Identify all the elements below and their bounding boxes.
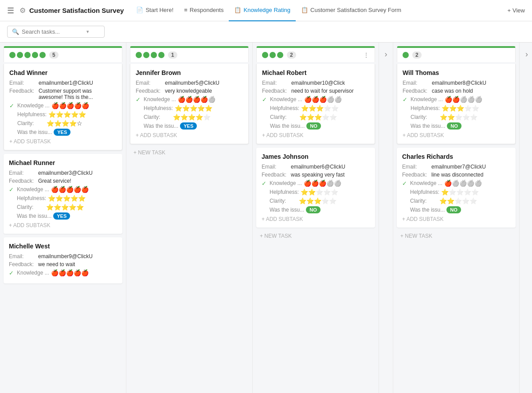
will-feedback: case was on hold: [432, 88, 473, 94]
card-james-johnson: James Johnson Email: emailnumber6@ClickU…: [256, 148, 375, 228]
col1-dots: [9, 52, 46, 58]
view-button[interactable]: + View: [507, 7, 525, 14]
james-issue-badge: NO: [306, 206, 321, 213]
runner-email: emailnumber3@ClickU: [38, 170, 93, 176]
card-chad-winner: Chad Winner Email: emailnumber1@ClickU F…: [4, 64, 122, 150]
mrobert-clarity: ⭐⭐⭐⭐⭐: [299, 114, 337, 121]
col2-cards: Jennifer Brown Email: emailnumber5@Click…: [126, 64, 252, 393]
tab-form[interactable]: 📋 Customer Satisfaction Survey Form: [296, 0, 407, 21]
west-email: emailnumber9@ClickU: [38, 253, 93, 259]
knowledge-icon: 📋: [234, 7, 241, 13]
runner-add-subtask[interactable]: + ADD SUBTASK: [9, 222, 117, 228]
charles-issue-badge: NO: [446, 206, 461, 213]
col2-dots: [136, 52, 164, 58]
column-collapsed[interactable]: ›: [379, 43, 393, 393]
col3-header: 2 ⋮: [256, 46, 375, 62]
search-bar: 🔍 ▾: [0, 21, 532, 43]
form-icon: 📋: [301, 7, 308, 13]
right-expand-arrow-icon[interactable]: ›: [525, 50, 528, 59]
col4-count: 2: [412, 51, 422, 59]
header: ☰ ⚙ Customer Satisfaction Survey 📄 Start…: [0, 0, 532, 21]
knowledge-label: Knowledge ...: [17, 102, 50, 109]
app-title: Customer Satisfaction Survey: [29, 7, 124, 14]
col3-cards: Michael Robert Email: emailnumber10@Clic…: [253, 64, 379, 393]
col2-header: 1: [130, 46, 249, 62]
column-4: 2 Will Thomas Email: emailnumber8@ClickU…: [393, 43, 520, 393]
col3-new-task[interactable]: + NEW TASK: [253, 231, 379, 243]
jennifer-clarity: ⭐⭐⭐⭐⭐: [173, 114, 211, 121]
board: 5 Chad Winner Email: emailnumber1@ClickU…: [0, 43, 532, 393]
feedback-label: Feedback:: [9, 88, 37, 94]
col4-cards: Will Thomas Email: emailnumber8@ClickU F…: [393, 64, 519, 393]
runner-issue-badge: YES: [53, 212, 70, 220]
tab-start[interactable]: 📄 Start Here!: [131, 0, 179, 21]
mrobert-issue-badge: NO: [306, 122, 321, 130]
app-container: ☰ ⚙ Customer Satisfaction Survey 📄 Start…: [0, 0, 532, 393]
col1-header: 5: [4, 46, 122, 62]
chad-add-subtask[interactable]: + ADD SUBTASK: [9, 138, 117, 145]
search-icon: 🔍: [12, 28, 19, 35]
chevron-down-icon[interactable]: ▾: [86, 29, 89, 35]
will-email: emailnumber8@ClickU: [432, 80, 486, 86]
michael-robert-name: Michael Robert: [262, 69, 369, 76]
col3-count: 2: [287, 51, 296, 59]
chad-feedback: Customer support was awesome! This is th…: [39, 88, 117, 100]
mrobert-email: emailnumber10@Click: [291, 80, 345, 86]
card-charles-richards: Charles Richards Email: emailnumber7@Cli…: [397, 148, 516, 228]
jennifer-add-subtask[interactable]: + ADD SUBTASK: [136, 132, 243, 138]
west-feedback: we need to wait: [38, 261, 75, 267]
view-label: View: [512, 7, 525, 14]
charles-add-subtask[interactable]: + ADD SUBTASK: [402, 216, 510, 222]
card-michael-robert: Michael Robert Email: emailnumber10@Clic…: [256, 64, 375, 144]
start-icon: 📄: [136, 7, 143, 13]
column-3: 2 ⋮ Michael Robert Email: emailnumber10@…: [253, 43, 379, 393]
expand-arrow-icon[interactable]: ›: [385, 50, 387, 59]
jennifer-feedback: very knowledgeable: [165, 88, 212, 94]
charles-helpfulness: ⭐⭐⭐⭐⭐: [441, 189, 479, 196]
col3-dots: [262, 52, 283, 58]
card-michelle-west: Michelle West Email: emailnumber9@ClickU…: [4, 237, 122, 283]
column-right-collapsed[interactable]: ›: [520, 43, 532, 393]
chad-helpfulness: ⭐⭐⭐⭐⭐: [48, 111, 86, 118]
mrobert-helpfulness: ⭐⭐⭐⭐⭐: [301, 105, 339, 112]
mrobert-feedback: need to wait for supervisor: [291, 88, 354, 94]
chad-clarity: ⭐⭐⭐⭐☆: [47, 120, 82, 127]
col4-new-task[interactable]: + NEW TASK: [393, 231, 519, 243]
chad-winner-name: Chad Winner: [9, 69, 117, 76]
menu-icon[interactable]: ☰: [7, 6, 14, 16]
column-2: 1 Jennifer Brown Email: emailnumber5@Cli…: [126, 43, 253, 393]
clarity-label: Clarity:: [17, 120, 45, 126]
will-issue-badge: NO: [447, 122, 462, 130]
search-input-wrap[interactable]: 🔍 ▾: [7, 26, 105, 38]
jennifer-issue-badge: YES: [180, 122, 197, 130]
gear-icon[interactable]: ⚙: [20, 6, 26, 15]
plus-icon: +: [507, 7, 511, 14]
james-johnson-name: James Johnson: [262, 153, 370, 160]
col2-count: 1: [168, 51, 177, 59]
card-jennifer-brown: Jennifer Brown Email: emailnumber5@Click…: [130, 64, 249, 144]
charles-richards-name: Charles Richards: [402, 153, 510, 160]
col1-cards: Chad Winner Email: emailnumber1@ClickU F…: [0, 64, 126, 393]
charles-clarity: ⭐⭐⭐⭐⭐: [439, 197, 477, 204]
jennifer-brown-name: Jennifer Brown: [136, 69, 243, 76]
col3-dots-menu[interactable]: ⋮: [363, 51, 369, 59]
tab-respondents-label: Respondents: [190, 7, 224, 13]
tab-start-label: Start Here!: [145, 7, 173, 13]
jennifer-knowledge: 🍎🍎🍎🍎🍎: [178, 96, 215, 103]
james-feedback: was speaking very fast: [291, 172, 344, 178]
col2-new-task[interactable]: + NEW TASK: [126, 148, 252, 159]
james-add-subtask[interactable]: + ADD SUBTASK: [262, 216, 370, 222]
tab-respondents[interactable]: ≡ Respondents: [179, 0, 229, 21]
col1-count: 5: [49, 51, 59, 59]
charles-email: emailnumber7@ClickU: [431, 164, 486, 170]
column-1: 5 Chad Winner Email: emailnumber1@ClickU…: [0, 43, 126, 393]
jennifer-helpfulness: ⭐⭐⭐⭐⭐: [175, 105, 212, 112]
james-email: emailnumber6@ClickU: [291, 164, 345, 170]
search-input[interactable]: [22, 28, 84, 35]
will-thomas-name: Will Thomas: [403, 69, 510, 76]
will-add-subtask[interactable]: + ADD SUBTASK: [403, 132, 510, 138]
mrobert-add-subtask[interactable]: + ADD SUBTASK: [262, 132, 369, 138]
james-knowledge: 🍎🍎🍎🍎🍎: [304, 180, 341, 187]
tab-knowledge[interactable]: 📋 Knowledge Rating: [229, 0, 296, 21]
check-icon: ✓: [9, 102, 16, 109]
